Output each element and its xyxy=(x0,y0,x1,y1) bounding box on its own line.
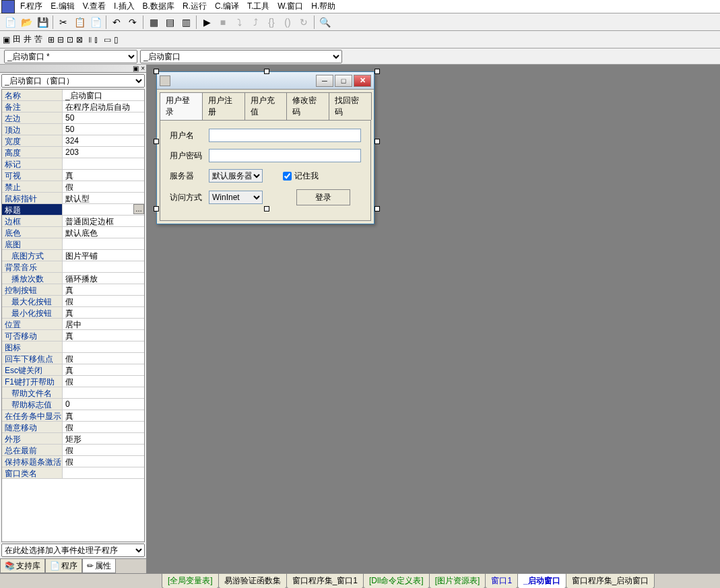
prop-value[interactable]: 居中 xyxy=(63,319,144,329)
run-icon[interactable]: ▶ xyxy=(199,15,214,30)
undo-icon[interactable]: ↶ xyxy=(109,15,124,30)
prop-value[interactable] xyxy=(63,238,144,249)
prop-value[interactable]: 矩形 xyxy=(63,433,144,444)
align5-icon[interactable]: ⊞ xyxy=(48,35,55,44)
align7-icon[interactable]: ⊡ xyxy=(67,35,73,44)
prop-row[interactable]: Esc键关闭真 xyxy=(2,364,144,376)
prop-value[interactable]: 真 xyxy=(63,410,144,421)
prop-value[interactable]: 50 xyxy=(63,112,144,123)
prop-row[interactable]: 边框普通固定边框 xyxy=(2,216,144,227)
prop-value[interactable]: 假 xyxy=(63,181,144,192)
prop-row[interactable]: 标记 xyxy=(2,158,144,170)
step4-icon[interactable]: () xyxy=(280,15,295,30)
password-input[interactable] xyxy=(209,149,361,162)
prop-row[interactable]: 鼠标指针默认型 xyxy=(2,193,144,204)
event-select[interactable]: 在此处选择加入事件处理子程序 xyxy=(1,544,145,557)
prop-value[interactable]: 50 xyxy=(63,124,144,135)
editor-tab[interactable]: 窗口程序集_启动窗口 xyxy=(566,574,655,589)
step5-icon[interactable]: ↻ xyxy=(296,15,311,30)
prop-value[interactable]: 假 xyxy=(63,376,144,387)
align10-icon[interactable]: ⫿ xyxy=(94,35,98,44)
prop-row[interactable]: 图标 xyxy=(2,341,144,353)
tab-register[interactable]: 用户注册 xyxy=(202,92,245,120)
prop-value[interactable] xyxy=(63,341,144,352)
new-icon[interactable]: 📄 xyxy=(3,15,18,30)
prop-value[interactable] xyxy=(63,467,144,478)
prop-row[interactable]: 播放次数循环播放 xyxy=(2,273,144,284)
form-window[interactable]: ─ □ ✕ 用户登录 用户注册 用户充值 修改密码 找回密码 用户名 xyxy=(156,71,374,224)
prop-value[interactable]: 假 xyxy=(63,422,144,432)
step-icon[interactable]: ⤵ xyxy=(232,15,247,30)
align8-icon[interactable]: ⊠ xyxy=(76,35,83,44)
step2-icon[interactable]: ⤴ xyxy=(248,15,263,30)
login-button[interactable]: 登录 xyxy=(296,189,350,205)
editor-tab[interactable]: [全局变量表] xyxy=(162,574,219,589)
form-titlebar[interactable]: ─ □ ✕ xyxy=(157,72,374,90)
maximize-button[interactable]: □ xyxy=(335,75,352,87)
menu-insert[interactable]: I.插入 xyxy=(114,1,135,12)
prop-value[interactable]: 203 xyxy=(63,147,144,158)
prop-row[interactable]: 底色默认底色 xyxy=(2,227,144,238)
menu-program[interactable]: F.程序 xyxy=(20,1,42,12)
panel2-icon[interactable]: ▤ xyxy=(162,15,177,30)
menu-edit[interactable]: E.编辑 xyxy=(51,1,74,12)
prop-row[interactable]: 最小化按钮真 xyxy=(2,307,144,319)
component-select[interactable]: _启动窗口（窗口） xyxy=(1,74,145,88)
step3-icon[interactable]: {} xyxy=(264,15,279,30)
prop-value[interactable]: 真 xyxy=(63,330,144,341)
menu-window[interactable]: W.窗口 xyxy=(277,1,303,12)
prop-value[interactable]: 假 xyxy=(63,296,144,306)
property-grid[interactable]: 名称_启动窗口备注在程序启动后自动左边50顶边50宽度324高度203标记可视真… xyxy=(1,89,145,542)
prop-value[interactable]: 324 xyxy=(63,135,144,146)
prop-value[interactable]: 真 xyxy=(63,307,144,318)
form-designer[interactable]: ─ □ ✕ 用户登录 用户注册 用户充值 修改密码 找回密码 用户名 xyxy=(156,71,374,224)
align6-icon[interactable]: ⊟ xyxy=(57,35,64,44)
align3-icon[interactable]: 井 xyxy=(24,34,32,45)
close-button[interactable]: ✕ xyxy=(354,75,371,87)
menu-help[interactable]: H.帮助 xyxy=(311,1,335,12)
menu-tools[interactable]: T.工具 xyxy=(247,1,269,12)
prop-row[interactable]: 在任务条中显示真 xyxy=(2,410,144,422)
prop-row[interactable]: 底图方式图片平铺 xyxy=(2,250,144,261)
panel1-icon[interactable]: ▦ xyxy=(146,15,161,30)
object-combo-1[interactable]: _启动窗口 * xyxy=(4,50,137,63)
prop-row[interactable]: 回车下移焦点假 xyxy=(2,353,144,364)
prop-row[interactable]: 帮助标志值0 xyxy=(2,399,144,410)
prop-row[interactable]: 宽度324 xyxy=(2,135,144,147)
prop-value[interactable]: 假 xyxy=(63,456,144,467)
username-input[interactable] xyxy=(209,129,361,142)
prop-row[interactable]: 控制按钮真 xyxy=(2,284,144,296)
align9-icon[interactable]: ⫴ xyxy=(88,35,92,44)
save-icon[interactable]: 💾 xyxy=(35,15,50,30)
tab-changepw[interactable]: 修改密码 xyxy=(286,92,329,120)
prop-row[interactable]: 外形矩形 xyxy=(2,433,144,445)
editor-tab[interactable]: [图片资源表] xyxy=(429,574,486,589)
open-icon[interactable]: 📂 xyxy=(19,15,34,30)
editor-tab[interactable]: _启动窗口 xyxy=(517,574,566,589)
tab-properties[interactable]: ✏ 属性 xyxy=(82,559,116,573)
align11-icon[interactable]: ▭ xyxy=(104,35,111,44)
prop-value[interactable]: 循环播放 xyxy=(63,273,144,284)
tab-program[interactable]: 📄 程序 xyxy=(45,559,82,573)
align4-icon[interactable]: 苦 xyxy=(34,34,42,45)
paste-icon[interactable]: 📄 xyxy=(88,15,103,30)
prop-value[interactable] xyxy=(63,158,144,169)
prop-value[interactable]: 图片平铺 xyxy=(63,250,144,261)
cut-icon[interactable]: ✂ xyxy=(56,15,71,30)
editor-tab[interactable]: 窗口程序集_窗口1 xyxy=(286,574,364,589)
stop-icon[interactable]: ■ xyxy=(216,15,230,30)
panel-close-icon[interactable]: ▣ × xyxy=(133,65,145,72)
prop-value[interactable]: 真 xyxy=(63,170,144,181)
minimize-button[interactable]: ─ xyxy=(316,75,333,87)
editor-tab[interactable]: [Dll命令定义表] xyxy=(363,574,430,589)
prop-row[interactable]: 名称_启动窗口 xyxy=(2,90,144,101)
prop-row[interactable]: 总在最前假 xyxy=(2,445,144,456)
align1-icon[interactable]: ▣ xyxy=(3,35,10,44)
panel3-icon[interactable]: ▥ xyxy=(178,15,193,30)
tab-support-lib[interactable]: 📚 支持库 xyxy=(0,559,45,573)
prop-row[interactable]: 背景音乐 xyxy=(2,261,144,273)
prop-row[interactable]: F1键打开帮助假 xyxy=(2,376,144,387)
editor-tab[interactable]: 窗口1 xyxy=(485,574,518,589)
prop-value[interactable]: 默认底色 xyxy=(63,227,144,238)
editor-tab[interactable]: 易游验证函数集 xyxy=(218,574,287,589)
